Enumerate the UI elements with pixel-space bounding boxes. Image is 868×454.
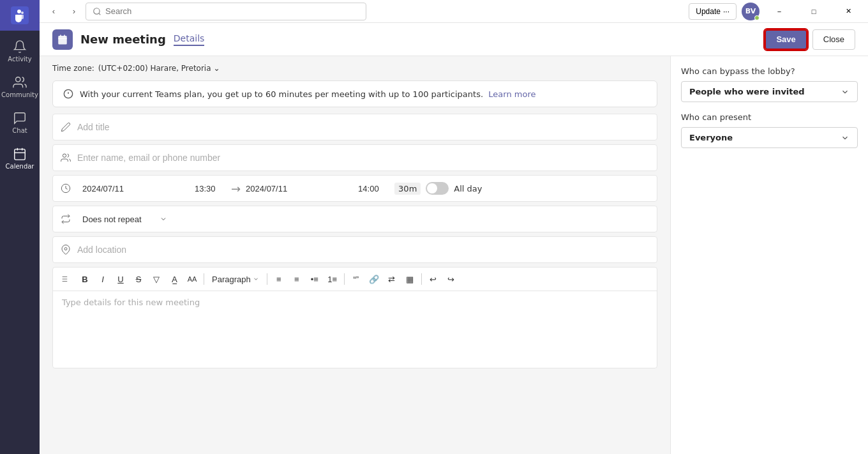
- undo-button[interactable]: ↩: [426, 271, 441, 287]
- bypass-chevron-icon: [841, 87, 849, 96]
- align-center-button[interactable]: ≡: [289, 271, 304, 287]
- numbered-list-button[interactable]: 1≡: [325, 271, 340, 287]
- paragraph-chevron-icon: [253, 276, 259, 282]
- people-icon: [61, 153, 71, 163]
- info-banner: With your current Teams plan, you get up…: [52, 80, 657, 107]
- repeat-select[interactable]: Does not repeat Daily Weekly Monthly: [82, 215, 154, 224]
- sidebar-item-activity[interactable]: Activity: [0, 33, 40, 69]
- toolbar-separator-4: [421, 273, 422, 285]
- tab-details[interactable]: Details: [174, 33, 205, 46]
- highlight-button[interactable]: A̲: [167, 271, 182, 287]
- present-chevron-icon: [841, 133, 849, 142]
- start-date-input[interactable]: [82, 184, 190, 193]
- meeting-header: New meeting Details Save Close: [40, 23, 868, 56]
- sidebar: Activity Community Chat Calendar: [0, 0, 40, 454]
- back-button[interactable]: ‹: [45, 3, 63, 20]
- meeting-title: New meeting: [80, 33, 166, 46]
- learn-more-link[interactable]: Learn more: [488, 89, 535, 99]
- end-date-input[interactable]: [246, 184, 353, 193]
- toolbar-separator-3: [344, 273, 345, 285]
- toolbar-separator-1: [204, 273, 204, 285]
- align-left-button[interactable]: ≡: [271, 271, 287, 287]
- editor-toolbar: B I U S ▽ A̲ AA Paragraph ≡: [53, 268, 657, 291]
- editor-placeholder: Type details for this new meeting: [62, 298, 200, 307]
- title-field: [52, 114, 657, 140]
- search-input[interactable]: [105, 6, 359, 16]
- toggle-knob: [427, 183, 437, 193]
- sidebar-item-calendar[interactable]: Calendar: [0, 140, 40, 176]
- location-input[interactable]: [77, 245, 649, 255]
- allday-toggle[interactable]: [426, 182, 449, 195]
- sidebar-community-label: Community: [1, 91, 38, 98]
- svg-point-17: [64, 248, 67, 250]
- font-size-button[interactable]: AA: [184, 271, 200, 287]
- timezone-dropdown[interactable]: (UTC+02:00) Harare, Pretoria ⌄: [98, 64, 220, 73]
- sidebar-item-chat[interactable]: Chat: [0, 105, 40, 140]
- svg-line-7: [99, 13, 101, 15]
- clock-icon: [61, 183, 71, 193]
- location-icon: [61, 245, 71, 255]
- title-input[interactable]: [77, 122, 649, 132]
- app-logo: [0, 0, 40, 31]
- justify-button[interactable]: ⇄: [384, 271, 400, 287]
- meeting-form: Time zone: (UTC+02:00) Harare, Pretoria …: [40, 56, 670, 454]
- content-row: Time zone: (UTC+02:00) Harare, Pretoria …: [40, 56, 868, 454]
- svg-point-15: [63, 154, 66, 157]
- start-time-select[interactable]: 13:30 14:00: [195, 184, 226, 193]
- svg-rect-8: [58, 36, 67, 45]
- svg-rect-2: [15, 149, 26, 160]
- allday-label: All day: [454, 184, 482, 193]
- toolbar-separator-2: [267, 273, 267, 285]
- bullet-list-button[interactable]: •≡: [307, 271, 322, 287]
- font-color-button[interactable]: ▽: [149, 271, 164, 287]
- main-content: New meeting Details Save Close Time zone…: [40, 23, 868, 454]
- underline-button[interactable]: U: [113, 271, 128, 287]
- arrow-separator: →: [231, 182, 241, 195]
- svg-point-1: [16, 77, 20, 82]
- sidebar-activity-label: Activity: [8, 56, 31, 63]
- who-can-present-dropdown[interactable]: Everyone: [681, 127, 858, 148]
- editor-area[interactable]: Type details for this new meeting: [53, 291, 657, 368]
- bypass-lobby-dropdown[interactable]: People who were invited: [681, 81, 858, 102]
- sidebar-item-community[interactable]: Community: [0, 69, 40, 105]
- quote-button[interactable]: “”: [348, 271, 364, 287]
- meeting-header-left: New meeting Details: [52, 29, 204, 50]
- titlebar-right: Update ··· BV − □ ✕: [689, 0, 863, 23]
- italic-button[interactable]: I: [95, 271, 110, 287]
- titlebar-left: ‹ ›: [45, 3, 366, 20]
- duration-badge: 30m: [394, 183, 421, 195]
- timezone-bar: Time zone: (UTC+02:00) Harare, Pretoria …: [52, 64, 657, 73]
- avatar: BV: [742, 3, 760, 20]
- repeat-icon: [61, 214, 71, 224]
- maximize-button[interactable]: □: [799, 0, 828, 23]
- update-button[interactable]: Update ···: [689, 3, 737, 20]
- table-button[interactable]: ▦: [402, 271, 417, 287]
- minimize-button[interactable]: −: [765, 0, 794, 23]
- strikethrough-button[interactable]: S: [131, 271, 146, 287]
- attendees-field: [52, 144, 657, 171]
- svg-point-6: [94, 8, 100, 13]
- datetime-row: 13:30 14:00 → 14:00 14:30 30m All day: [52, 175, 657, 202]
- window-close-button[interactable]: ✕: [834, 0, 863, 23]
- right-panel: Who can bypass the lobby? People who wer…: [670, 56, 868, 454]
- close-meeting-button[interactable]: Close: [812, 29, 855, 50]
- online-indicator: [754, 15, 760, 20]
- who-can-present-label: Who can present: [681, 112, 858, 122]
- sidebar-chat-label: Chat: [12, 127, 27, 134]
- repeat-row: Does not repeat Daily Weekly Monthly: [52, 206, 657, 232]
- save-button[interactable]: Save: [765, 29, 807, 50]
- forward-button[interactable]: ›: [65, 3, 83, 20]
- link-button[interactable]: 🔗: [366, 271, 382, 287]
- list-icon: [59, 275, 68, 284]
- redo-button[interactable]: ↪: [444, 271, 459, 287]
- end-time-select[interactable]: 14:00 14:30: [358, 184, 389, 193]
- search-box: [86, 3, 366, 20]
- meeting-icon: [52, 29, 73, 50]
- pencil-icon: [61, 122, 71, 132]
- paragraph-dropdown[interactable]: Paragraph: [208, 273, 263, 285]
- sidebar-calendar-label: Calendar: [6, 163, 34, 170]
- bold-button[interactable]: B: [77, 271, 93, 287]
- info-icon: [63, 89, 73, 99]
- search-icon: [93, 7, 101, 16]
- attendees-input[interactable]: [77, 153, 649, 163]
